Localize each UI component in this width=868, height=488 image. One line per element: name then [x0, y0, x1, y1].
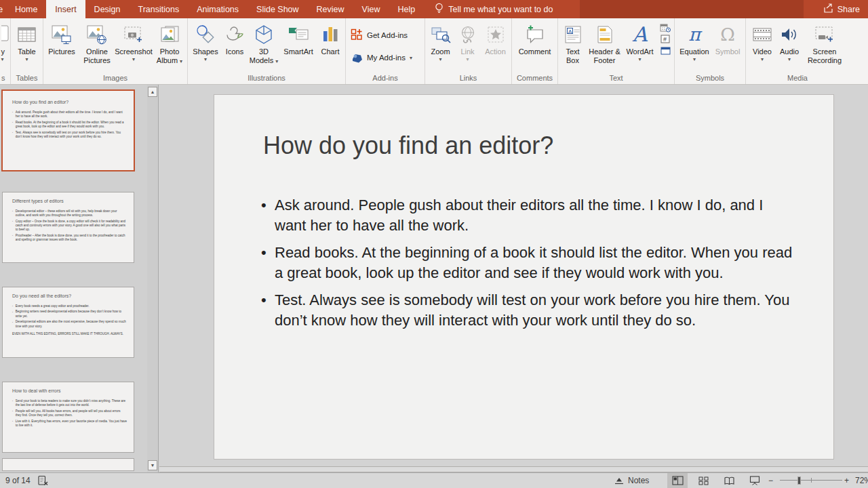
thumbnail-bullet: Developmental editors are also the most … — [12, 320, 127, 329]
thumbnail-bullets: Every book needs a great copy editor and… — [12, 304, 127, 328]
video-button[interactable]: Video ▾ — [749, 20, 776, 62]
photo-album-button[interactable]: Photo Album ▾ — [153, 20, 186, 65]
3d-models-button[interactable]: 3D Models ▾ — [248, 20, 280, 65]
link-button[interactable]: Link ▾ — [455, 20, 481, 62]
link-icon — [458, 22, 477, 47]
equation-button[interactable]: π Equation ▾ — [677, 20, 712, 62]
ribbon-group-illustrations: Shapes ▾ Icons 3D Models ▾ SmartArt — [188, 18, 346, 84]
scroll-up-button[interactable]: ▲ — [148, 87, 157, 97]
slide-thumbnail-panel: How do you find an editor? Ask around. P… — [0, 85, 159, 472]
zoom-button[interactable]: Zoom ▾ — [427, 20, 455, 62]
tab-animations[interactable]: Animations — [188, 0, 248, 18]
zoom-slider[interactable] — [780, 473, 842, 488]
thumbnail-slide-5-partial[interactable] — [2, 458, 134, 471]
table-button[interactable]: Table ▾ — [18, 20, 36, 62]
thumbnail-slide-3[interactable]: Do you need all the editors? Every book … — [2, 287, 134, 358]
smartart-button[interactable]: SmartArt — [280, 20, 317, 56]
horizontal-scrollbar[interactable] — [159, 466, 868, 472]
normal-view-icon — [672, 476, 684, 485]
tab-slide-show[interactable]: Slide Show — [248, 0, 308, 18]
thumbnail-slide-4[interactable]: How to deal with errors Send your book t… — [2, 382, 134, 453]
ribbon-group-images: Pictures Online Pictures Screenshot ▾ Ph… — [43, 18, 188, 84]
dropdown-arrow-icon: ▾ — [439, 56, 441, 62]
icons-icon — [224, 22, 245, 47]
online-pictures-button[interactable]: Online Pictures — [79, 20, 115, 65]
zoom-in-button[interactable]: + — [844, 473, 849, 488]
zoom-label: Zoom — [431, 47, 450, 56]
thumbnail-note: EVEN WITH ALL THIS EDITING, ERRORS STILL… — [12, 331, 127, 336]
3d-models-icon — [254, 22, 274, 47]
new-slide-button-clipped[interactable]: y ▾ — [1, 20, 9, 62]
object-button[interactable] — [660, 46, 671, 55]
zoom-out-button[interactable]: − — [768, 473, 773, 488]
ribbon-group-links: Zoom ▾ Link ▾ Action Links — [425, 18, 512, 84]
zoom-slider-track[interactable] — [780, 473, 842, 488]
reading-view-icon — [724, 476, 735, 485]
slide-canvas[interactable]: How do you find an editor? Ask around. P… — [214, 94, 834, 460]
tab-transitions[interactable]: Transitions — [130, 0, 189, 18]
slide-show-button[interactable] — [745, 473, 765, 488]
reading-view-button[interactable] — [719, 473, 739, 488]
date-time-button[interactable] — [660, 23, 671, 32]
screenshot-icon — [123, 22, 144, 47]
zoom-level[interactable]: 72% — [855, 473, 868, 488]
wordart-icon: A — [633, 22, 648, 47]
header-footer-button[interactable]: Header & Footer — [587, 20, 623, 65]
scroll-down-button[interactable]: ▼ — [148, 460, 157, 470]
tell-me-box[interactable]: Tell me what you want to do — [435, 0, 553, 18]
slide-sorter-button[interactable] — [693, 473, 713, 488]
lightbulb-icon — [435, 3, 443, 16]
get-addins-button[interactable]: Get Add-ins — [347, 24, 412, 47]
chart-button[interactable]: Chart — [317, 20, 344, 56]
thumbnail-title: How to deal with errors — [12, 388, 127, 394]
share-button[interactable]: Share — [823, 0, 860, 18]
comment-button[interactable]: Comment — [515, 20, 555, 56]
slide-number-button[interactable]: # — [660, 35, 671, 43]
shapes-icon — [195, 22, 216, 47]
action-button[interactable]: Action — [481, 20, 511, 56]
thumbnail-slide-2[interactable]: Different types of editors Developmental… — [2, 192, 134, 263]
tab-insert[interactable]: Insert — [46, 0, 85, 18]
tab-design[interactable]: Design — [85, 0, 130, 18]
slide-body-textbox[interactable]: Ask around. People gush about their edit… — [261, 195, 793, 338]
get-addins-label: Get Add-ins — [367, 31, 408, 39]
status-bar: 9 of 14 Notes − + 72% — [0, 472, 868, 488]
thumbnail-bullet: Ask around. People gush about their edit… — [12, 110, 127, 119]
tab-help[interactable]: Help — [389, 0, 424, 18]
pictures-button[interactable]: Pictures — [44, 20, 79, 56]
wordart-button[interactable]: A WordArt ▾ — [623, 20, 657, 62]
tab-file[interactable]: File — [0, 0, 6, 18]
thumbnail-slide-1[interactable]: How do you find an editor? Ask around. P… — [1, 89, 135, 171]
screenshot-button[interactable]: Screenshot ▾ — [115, 20, 153, 62]
slide-title-textbox[interactable]: How do you find an editor? — [263, 131, 553, 160]
notes-icon — [614, 477, 624, 485]
group-label-links: Links — [425, 74, 511, 82]
slide-editing-area: How do you find an editor? Ask around. P… — [159, 85, 868, 472]
normal-view-button[interactable] — [667, 473, 688, 488]
spellcheck-icon — [37, 475, 49, 486]
icons-label: Icons — [226, 47, 243, 56]
text-small-buttons: # — [657, 20, 673, 55]
my-addins-button[interactable]: My Add-ins ▾ — [347, 47, 416, 69]
text-box-button[interactable]: A Text Box — [559, 20, 587, 65]
ribbon-group-symbols: π Equation ▾ Ω Symbol Symbols — [675, 18, 746, 84]
dropdown-arrow-icon: ▾ — [180, 58, 182, 64]
icons-button[interactable]: Icons — [222, 20, 248, 56]
screen-recording-button[interactable]: Screen Recording — [803, 20, 846, 65]
tab-view[interactable]: View — [353, 0, 389, 18]
spellcheck-button[interactable] — [37, 473, 49, 488]
zoom-slider-thumb[interactable] — [797, 476, 801, 485]
tab-home[interactable]: Home — [6, 0, 46, 18]
tab-review[interactable]: Review — [308, 0, 353, 18]
action-label: Action — [485, 47, 506, 56]
notes-button[interactable]: Notes — [614, 473, 649, 488]
shapes-button[interactable]: Shapes ▾ — [189, 20, 222, 62]
group-label-images: Images — [43, 74, 187, 82]
slide-sorter-icon — [698, 476, 709, 485]
symbol-button[interactable]: Ω Symbol — [712, 20, 743, 56]
thumbnail-scrollbar[interactable]: ▲ ▼ — [147, 85, 158, 472]
online-pictures-icon — [87, 22, 107, 47]
audio-label: Audio — [780, 47, 799, 56]
ribbon-group-text: A Text Box Header & Footer A WordArt ▾ # — [558, 18, 675, 84]
audio-button[interactable]: Audio ▾ — [776, 20, 803, 62]
